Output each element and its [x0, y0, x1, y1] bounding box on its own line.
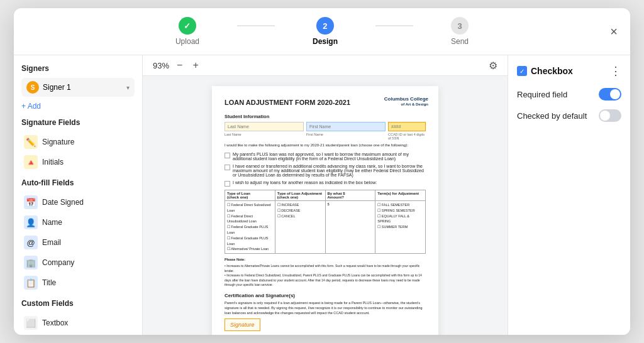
- required-field-toggle-knob: [610, 89, 620, 99]
- right-panel: ✓ Checkbox ⋮ Required field Checked by d…: [508, 55, 630, 335]
- doc-checkbox-1[interactable]: [225, 153, 230, 158]
- modal: ✓ Upload 2 Design 3 Send × Signers S S: [14, 8, 630, 335]
- cert-text: Parent's signature is only required if a…: [225, 300, 426, 316]
- th-4: Term(s) for Adjustment: [375, 190, 425, 200]
- steps: ✓ Upload 2 Design 3 Send: [175, 17, 469, 46]
- checkbox-text-2: I have earned or transferred in addition…: [233, 164, 426, 177]
- step-upload-circle: ✓: [179, 17, 196, 35]
- custom-fields-title: Custom Fields: [21, 299, 135, 308]
- required-field-label: Required field: [517, 90, 567, 99]
- panel-header: ✓ Checkbox ⋮: [517, 64, 621, 78]
- settings-button[interactable]: ⚙: [489, 60, 497, 72]
- checkbox-item-1: My parent's PLUS loan was not approved, …: [225, 152, 426, 161]
- ssn-input[interactable]: [388, 122, 426, 131]
- modal-body: Signers S Signer 1 ▾ + Add Signature Fie…: [14, 55, 630, 335]
- table-header-row: Type of Loan(check one) Type of Loan Adj…: [225, 190, 425, 201]
- cert-title: Certification and Signature(s): [225, 293, 426, 298]
- company-label: Company: [42, 258, 74, 267]
- field-item-company[interactable]: 🏢 Company: [21, 253, 135, 273]
- checked-by-default-row: Checked by default: [517, 109, 621, 122]
- signer-name: Signer 1: [43, 83, 123, 92]
- doc-logo-line1: Columbus College: [384, 96, 428, 102]
- step-send-circle: 3: [451, 17, 469, 35]
- add-signer-button[interactable]: + Add: [21, 101, 41, 112]
- note-2: • Increases to Federal Direct Subsidized…: [225, 273, 426, 288]
- initials-icon: 🔺: [24, 155, 38, 169]
- td-adjustment-types: ☐ INCREASE ☐ DECREASE ☐ CANCEL: [275, 201, 326, 253]
- required-field-toggle[interactable]: [599, 88, 621, 101]
- td-amount: $: [326, 201, 376, 253]
- td-loan-types: ☐ Federal Direct Subsidized Loan ☐ Feder…: [225, 201, 275, 253]
- doc-title: LOAN ADJUSTMENT FORM 2020-2021: [225, 99, 350, 106]
- first-name-input[interactable]: [306, 122, 386, 131]
- step-design: 2 Design: [313, 17, 338, 46]
- main-content: 93% − + ⚙ LOAN ADJUSTMENT FORM 2020-2021…: [143, 55, 508, 335]
- step-send-label: Send: [451, 37, 469, 46]
- toolbar: 93% − + ⚙: [143, 55, 508, 76]
- close-button[interactable]: ×: [610, 24, 618, 39]
- signature-label: Signature: [42, 138, 74, 146]
- signature-box[interactable]: Signature: [225, 318, 260, 331]
- sidebar: Signers S Signer 1 ▾ + Add Signature Fie…: [14, 55, 143, 335]
- signer-row[interactable]: S Signer 1 ▾: [21, 78, 135, 97]
- signature-icon: ✏️: [24, 135, 38, 149]
- step-design-circle: 2: [316, 17, 334, 35]
- body-text: I would like to make the following adjus…: [225, 143, 426, 148]
- student-info-label: Student Information: [225, 114, 426, 119]
- title-icon: 📋: [24, 276, 38, 290]
- signer-avatar: S: [26, 81, 39, 94]
- date-signed-label: Date Signed: [42, 198, 84, 207]
- doc-logo: Columbus College of Art & Design: [384, 96, 428, 107]
- autofill-fields-title: Auto-fill Fields: [21, 178, 135, 187]
- checked-by-default-toggle[interactable]: [599, 109, 621, 122]
- initials-label: Initials: [42, 158, 64, 166]
- email-label: Email: [42, 238, 61, 247]
- panel-title: Checkbox: [531, 66, 573, 76]
- zoom-increase-button[interactable]: +: [190, 59, 201, 72]
- modal-header: ✓ Upload 2 Design 3 Send ×: [14, 8, 630, 55]
- panel-title-row: ✓ Checkbox: [517, 66, 573, 76]
- panel-more-button[interactable]: ⋮: [610, 64, 621, 78]
- panel-checkbox-icon: ✓: [517, 66, 527, 76]
- title-label: Title: [42, 278, 56, 287]
- email-icon: @: [24, 236, 38, 249]
- step-design-label: Design: [313, 37, 338, 46]
- checkbox-text-1: My parent's PLUS loan was not approved, …: [233, 152, 426, 161]
- th-1: Type of Loan(check one): [225, 190, 275, 200]
- doc-checkbox-2[interactable]: [225, 165, 230, 170]
- date-signed-icon: 📅: [24, 195, 38, 209]
- zoom-decrease-button[interactable]: −: [174, 59, 185, 72]
- th-3: By what $Amount?: [326, 190, 376, 200]
- checkbox-item-3: I wish to adjust my loans for another re…: [225, 180, 426, 187]
- th-2: Type of Loan Adjustment(check one): [275, 190, 326, 200]
- note-1: • Increases to Alternative/Private Loans…: [225, 264, 426, 273]
- field-item-name[interactable]: 👤 Name: [21, 212, 135, 232]
- td-terms: ☐ FALL SEMESTER ☐ SPRING SEMESTER ☐ EQUA…: [375, 201, 425, 253]
- doc-checkbox-3[interactable]: [225, 181, 230, 187]
- textbox-label: Textbox: [42, 318, 68, 327]
- field-item-email[interactable]: @ Email: [21, 232, 135, 253]
- step-upload-label: Upload: [175, 37, 199, 46]
- document-paper: LOAN ADJUSTMENT FORM 2020-2021 Columbus …: [212, 86, 438, 335]
- name-label: Name: [42, 218, 62, 227]
- field-item-title[interactable]: 📋 Title: [21, 273, 135, 293]
- field-item-signature[interactable]: ✏️ Signature: [21, 132, 135, 152]
- note-body: • Increases to Alternative/Private Loans…: [225, 264, 426, 288]
- connector-1: [237, 25, 275, 26]
- signers-title: Signers: [21, 64, 135, 73]
- doc-logo-line2: of Art & Design: [384, 102, 428, 107]
- field-item-textbox[interactable]: ⬜ Textbox: [21, 313, 135, 333]
- name-icon: 👤: [24, 215, 38, 229]
- last-name-input[interactable]: [225, 122, 304, 131]
- checked-by-default-label: Checked by default: [517, 111, 587, 121]
- ssn-sublabel: CCAD ID or last 4 digits of SSN: [388, 133, 426, 140]
- first-name-sublabel: First Name: [306, 133, 386, 140]
- please-note: Please Note:: [225, 258, 426, 261]
- required-field-row: Required field: [517, 88, 621, 101]
- step-upload: ✓ Upload: [175, 17, 199, 46]
- checkbox-text-3: I wish to adjust my loans for another re…: [233, 180, 377, 185]
- last-name-sublabel: Last Name: [225, 133, 304, 140]
- field-item-date-signed[interactable]: 📅 Date Signed: [21, 192, 135, 212]
- field-item-initials[interactable]: 🔺 Initials: [21, 152, 135, 172]
- field-item-checkbox[interactable]: ☑ Check Box: [21, 333, 135, 335]
